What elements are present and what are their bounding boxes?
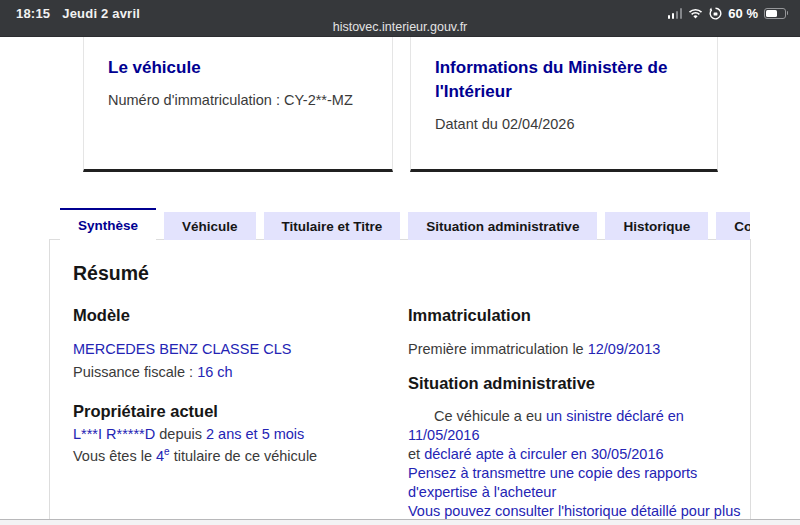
status-time-date: 18:15 Jeudi 2 avril bbox=[16, 6, 140, 21]
bottom-toolbar-edge bbox=[0, 519, 800, 525]
claim-line2-blue: déclaré apte à circuler en 30/05/2016 bbox=[424, 446, 663, 462]
claim-line-1: Ce véhicule a eu un sinistre déclaré en … bbox=[408, 407, 743, 445]
expert-report-notice: Pensez à transmettre une copie des rappo… bbox=[408, 464, 743, 502]
clock: 18:15 bbox=[16, 6, 50, 21]
claim-paragraph: Ce véhicule a eu un sinistre déclaré en … bbox=[408, 407, 743, 525]
holder-rank-line: Vous êtes le 4e titulaire de ce véhicule bbox=[73, 446, 383, 464]
battery-percent-label: 60 % bbox=[728, 6, 758, 21]
fiscal-power-label: Puissance fiscale : bbox=[73, 364, 197, 380]
date-label: Jeudi 2 avril bbox=[62, 6, 140, 21]
owner-since-value: 2 ans et 5 mois bbox=[206, 426, 304, 442]
tab-bar: Synthèse Véhicule Titulaire et Titre Sit… bbox=[60, 207, 750, 240]
admin-situation-heading: Situation administrative bbox=[408, 374, 743, 393]
ministry-card-title: Informations du Ministère de l'Intérieur bbox=[435, 56, 693, 104]
first-registration-line: Première immatriculation le 12/09/2013 bbox=[408, 341, 743, 357]
tab-controles-techniques[interactable]: Contrôles techniques bbox=[716, 212, 750, 240]
ministry-data-date-line: Datant du 02/04/2026 bbox=[435, 116, 693, 132]
owner-since-label: depuis bbox=[155, 426, 206, 442]
registration-number-line: Numéro d'immatriculation : CY-2**-MZ bbox=[108, 92, 368, 108]
vehicle-card-title: Le véhicule bbox=[108, 56, 368, 80]
holder-prefix: Vous êtes le bbox=[73, 448, 156, 464]
holder-suffix: titulaire de ce véhicule bbox=[170, 448, 318, 464]
tab-titulaire-et-titre[interactable]: Titulaire et Titre bbox=[264, 212, 401, 240]
fiscal-power-value: 16 ch bbox=[197, 364, 232, 380]
vehicle-card: Le véhicule Numéro d'immatriculation : C… bbox=[83, 37, 393, 172]
cellular-signal-icon bbox=[668, 8, 683, 19]
model-heading: Modèle bbox=[73, 306, 383, 325]
owner-since-line: L***I R*****D depuis 2 ans et 5 mois bbox=[73, 426, 383, 442]
tab-situation-administrative[interactable]: Situation administrative bbox=[408, 212, 597, 240]
status-icons: 60 % bbox=[668, 6, 788, 20]
rotation-lock-icon bbox=[709, 7, 722, 20]
status-bar: 18:15 Jeudi 2 avril histovec.interieur.g… bbox=[0, 0, 800, 37]
battery-icon bbox=[764, 8, 788, 19]
tab-historique[interactable]: Historique bbox=[605, 212, 708, 240]
wifi-icon bbox=[688, 8, 703, 19]
resume-heading: Résumé bbox=[73, 262, 149, 285]
claim-line2-dark: et bbox=[408, 446, 424, 462]
first-registration-date: 12/09/2013 bbox=[588, 341, 661, 357]
claim-line-2: et déclaré apte à circuler en 30/05/2016 bbox=[408, 445, 743, 464]
model-name: MERCEDES BENZ CLASSE CLS bbox=[73, 341, 383, 357]
owner-masked-name: L***I R*****D bbox=[73, 426, 155, 442]
claim-line1-dark: Ce véhicule a eu bbox=[434, 408, 546, 424]
fiscal-power-line: Puissance fiscale : 16 ch bbox=[73, 364, 383, 380]
url-bar[interactable]: histovec.interieur.gouv.fr bbox=[0, 20, 800, 34]
summary-right-column: Immatriculation Première immatriculation… bbox=[408, 306, 743, 525]
holder-rank: 4e bbox=[156, 448, 170, 464]
first-registration-label: Première immatriculation le bbox=[408, 341, 588, 357]
ministry-info-card: Informations du Ministère de l'Intérieur… bbox=[410, 37, 718, 172]
current-owner-heading: Propriétaire actuel bbox=[73, 402, 383, 421]
tab-synthese[interactable]: Synthèse bbox=[60, 208, 156, 240]
registration-heading: Immatriculation bbox=[408, 306, 743, 325]
summary-left-column: Modèle MERCEDES BENZ CLASSE CLS Puissanc… bbox=[73, 306, 383, 464]
tab-vehicule[interactable]: Véhicule bbox=[164, 212, 256, 240]
